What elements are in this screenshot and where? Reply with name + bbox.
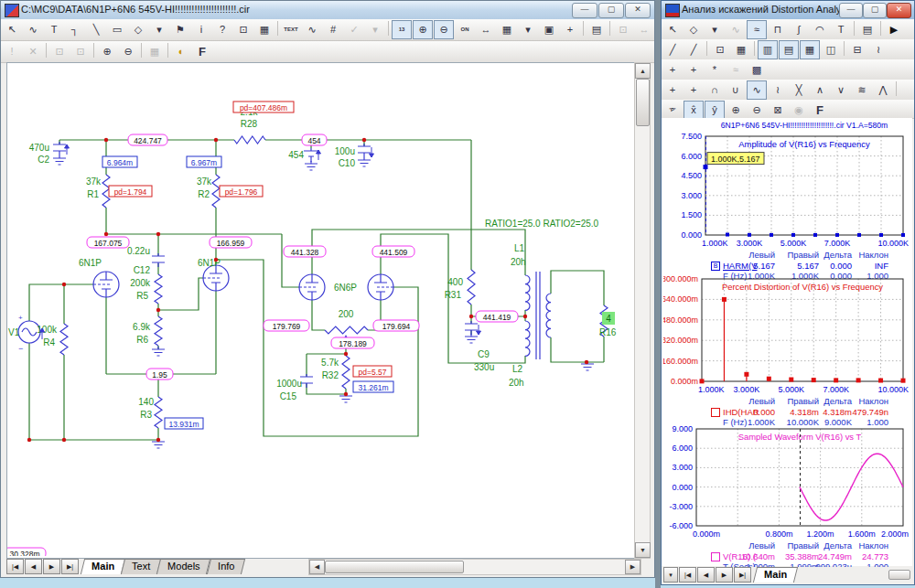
schematic-node-numbers-toggle-icon[interactable]: # [323,20,343,39]
schematic-conditions-toggle-icon[interactable]: ON [455,20,475,39]
analysis-go-to-y-button-icon[interactable]: + [684,80,704,100]
schematic-font-button-icon[interactable]: F [192,42,212,61]
analysis-both-grids-toggle-icon[interactable]: ▦ [800,40,820,59]
analysis-zoom-out-button-icon[interactable]: ⊖ [747,101,767,120]
analysis-font-button-icon[interactable]: F [810,101,830,120]
schematic-region-enable-tool-icon[interactable]: ⊡ [233,20,253,39]
plot-tab-prev[interactable]: ◀ [697,567,715,583]
analysis-shape-tool-icon[interactable]: ◇ [684,20,704,39]
analysis-x-axis-format-button-icon[interactable]: x̂ [684,101,704,120]
schematic-wire-mode-icon[interactable]: ┐ [65,20,85,39]
schematic-properties-button-icon[interactable]: ▤ [587,20,607,39]
analysis-run-button-icon[interactable]: ▶ [884,20,904,39]
triode-tube-symbol[interactable] [93,272,119,297]
analysis-trim-toggle-icon[interactable]: ≀ [868,40,888,59]
plot-area[interactable]: 6N1P+6N6 545V-HI!!!!!!!!!!!!!!!!!!!!.cir… [662,118,912,566]
analysis-cursor-mode-icon[interactable]: ∫ [789,20,809,39]
minimize-button[interactable]: — [572,3,597,18]
analysis-zoom-window-button-icon[interactable]: ⊠ [768,101,788,120]
analysis-shape-dropdown-icon[interactable]: ▾ [705,20,725,39]
schematic-digital-path-tool-icon[interactable]: ▭ [107,20,127,39]
analysis-tab-main[interactable]: Main [753,567,798,583]
schematic-text-tool-icon[interactable]: T [44,20,64,39]
analysis-global-low-button-icon[interactable]: ∨ [831,80,851,100]
schematic-attribute-text-toggle-icon[interactable]: ∿ [302,20,322,39]
analysis-peak-button-icon[interactable]: ∩ [705,80,725,100]
schematic-tab-text[interactable]: Text [121,559,161,574]
scroll-up-button[interactable]: ▲ [635,63,651,79]
analysis-line-tag-tool-icon[interactable]: ╱ [662,40,683,59]
analysis-cursor-right-button-icon[interactable]: + [684,60,704,80]
analysis-horizontal-grid-toggle-icon[interactable]: ▤ [779,40,799,59]
schematic-tab-info[interactable]: Info [207,559,246,574]
horizontal-scroll-thumb[interactable] [325,561,464,573]
vertical-scroll-thumb[interactable] [636,79,650,126]
schematic-select-tool-icon[interactable]: ↖ [2,20,22,39]
schematic-help-mode-icon[interactable]: ? [212,20,232,39]
schematic-text-layer-toggle-icon[interactable]: TEXT [281,20,301,39]
analysis-point-tag-tool-icon[interactable]: ╱ [684,40,704,59]
schematic-shape-dropdown-icon[interactable]: ▾ [149,20,169,39]
scroll-left-button[interactable]: ◀ [309,560,325,574]
analysis-inflection-button-icon[interactable]: ╳ [789,80,809,100]
triode-tube-symbol[interactable] [299,274,325,300]
analysis-data-points-button-icon[interactable]: ▩ [747,60,767,80]
tab-prev-button[interactable]: ◀ [25,559,42,574]
tab-last-button[interactable]: ▶| [61,559,79,574]
schematic-grid-toggle-icon[interactable]: ▦ [497,20,517,39]
schematic-zoom-in-button-icon[interactable]: ⊕ [97,42,117,61]
analysis-go-to-x-button-icon[interactable]: + [662,80,683,100]
plot-3[interactable]: Sampled Waveform V(R16) vs T-6.000-3.000… [663,422,914,572]
analysis-bottom-axis-toggle-icon[interactable]: ⊟ [847,40,867,59]
analysis-scale-region-mode-icon[interactable]: ⊓ [768,20,788,39]
schematic-canvas[interactable]: +− 470uC237kR137kR22.1kR28454100uC106N1P… [6,62,636,559]
analysis-p-key-button-icon[interactable]: 'P' [662,101,683,120]
analysis-cursor-both-button-icon[interactable]: * [705,60,725,80]
analysis-plot-columns-toggle-icon[interactable]: ◫ [821,40,841,59]
analysis-tag-mode-icon[interactable]: ◠ [810,20,830,39]
plot-tab-next[interactable]: ▶ [716,567,733,583]
plot-tab-dropdown[interactable]: ▾ [663,567,678,583]
analysis-high-button-icon[interactable]: ∿ [747,80,767,100]
analysis-minimize-button[interactable]: — [839,3,863,18]
schematic-power-toggle-icon[interactable]: ⊖ [434,20,454,39]
maximize-button[interactable]: ▢ [598,3,624,18]
schematic-border-toggle-icon[interactable]: ▣ [539,20,559,39]
schematic-info-mode-icon[interactable]: i [191,20,211,39]
scroll-down-button[interactable]: ▼ [635,542,651,558]
analysis-grid-toggle-icon[interactable]: ▦ [731,40,751,59]
analysis-valley-button-icon[interactable]: ∪ [726,80,746,100]
analysis-text-tool-icon[interactable]: T [831,20,851,39]
schematic-animate-button-icon[interactable]: ◐ [171,42,191,61]
schematic-shape-tool-icon[interactable]: ◇ [128,20,148,39]
analysis-titlebar[interactable]: Анализ искажений Distortion Analysis — ▢… [662,1,914,20]
schematic-tab-main[interactable]: Main [81,559,125,574]
analysis-properties-button-icon[interactable]: ▤ [857,20,877,39]
schematic-titlebar[interactable]: C:\MC9\DATA\6N1P+6N6 545V-HI!!!!!!!!!!!!… [1,1,654,20]
schematic-flag-tool-icon[interactable]: ⚑ [170,20,190,39]
analysis-y-axis-format-button-icon[interactable]: ŷ [705,101,725,120]
schematic-zoom-out-button-icon[interactable]: ⊖ [118,42,138,61]
plot-2[interactable]: Percent Distortion of V(R16) vs Frequenc… [663,272,914,422]
plot-tab-last[interactable]: ▶| [734,567,751,583]
analysis-frame-toggle-icon[interactable]: ⊡ [710,40,730,59]
analysis-top-button-icon[interactable]: ⋀ [873,80,893,100]
tab-first-button[interactable]: |◀ [6,559,24,574]
schematic-color-tool-icon[interactable]: ▦ [254,20,274,39]
resize-grip[interactable] [888,570,910,580]
analysis-low-button-icon[interactable]: ≀ [768,80,788,100]
analysis-cursor-left-button-icon[interactable]: + [662,60,683,80]
analysis-close-button[interactable]: ✕ [887,3,911,18]
schematic-tab-models[interactable]: Models [156,559,211,574]
close-button[interactable]: ✕ [625,3,651,18]
analysis-select-tool-icon[interactable]: ↖ [662,20,683,39]
analysis-maximize-button[interactable]: ▢ [863,3,887,18]
tab-next-button[interactable]: ▶ [43,559,60,574]
triode-tube-symbol[interactable] [368,274,393,300]
schematic-currents-toggle-icon[interactable]: ⊕ [413,20,433,39]
schematic-grid-dropdown-icon[interactable]: ▾ [518,20,538,39]
horizontal-scrollbar[interactable]: ◀ ▶ [308,559,641,575]
analysis-vertical-grid-toggle-icon[interactable]: ▥ [758,40,778,59]
scroll-right-button[interactable]: ▶ [625,560,640,574]
analysis-zoom-in-button-icon[interactable]: ⊕ [726,101,746,120]
